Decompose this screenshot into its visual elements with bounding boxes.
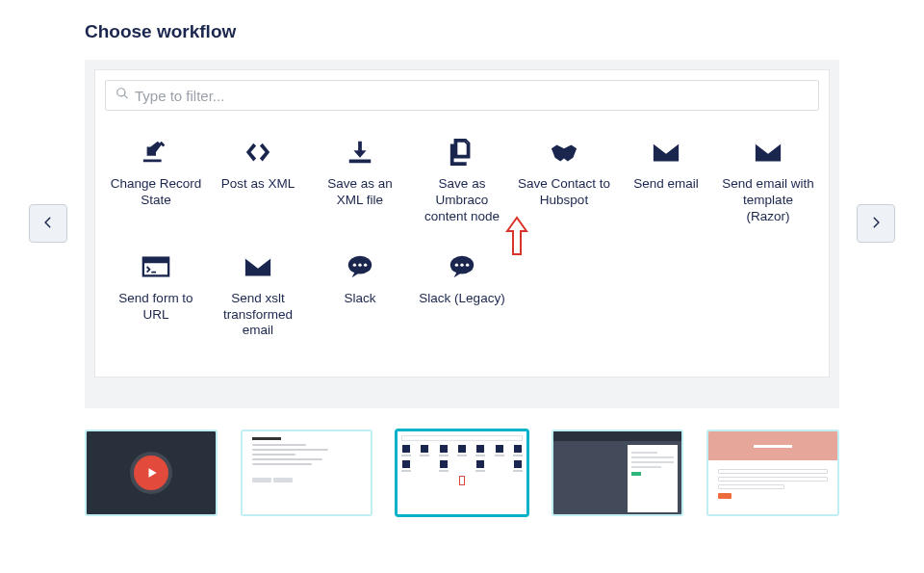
workflow-label: Send form to URL (109, 291, 203, 324)
workflow-send-xslt-email[interactable]: Send xslt transformed email (207, 243, 309, 357)
workflow-save-contact-hubspot[interactable]: Save Contact to Hubspot (513, 128, 615, 243)
svg-point-9 (466, 263, 469, 266)
gallery-thumb-3[interactable] (396, 430, 528, 516)
workflow-label: Slack (Legacy) (415, 291, 509, 307)
download-icon (313, 136, 407, 169)
workflow-label: Send xslt transformed email (211, 291, 305, 340)
workflow-label: Send email with template (Razor) (721, 176, 815, 225)
workflow-label: Slack (313, 291, 407, 307)
dark-thumb (553, 431, 682, 514)
workflow-slack-legacy[interactable]: Slack (Legacy) (411, 243, 513, 357)
workflow-label: Send email (619, 176, 713, 193)
code-icon (211, 136, 305, 169)
svg-point-4 (358, 263, 361, 266)
gallery-thumbnails (0, 430, 924, 534)
filter-input[interactable] (135, 88, 808, 104)
gallery-thumb-5[interactable] (706, 430, 839, 516)
svg-rect-1 (143, 257, 168, 263)
video-thumb (87, 431, 216, 514)
carousel-next-button[interactable] (857, 204, 895, 243)
workflow-label: Save as Umbraco content node (415, 176, 509, 225)
workflow-label: Post as XML (211, 176, 305, 193)
svg-point-5 (364, 263, 367, 266)
workflow-post-as-xml[interactable]: Post as XML (207, 128, 309, 243)
envelope-icon (619, 136, 713, 169)
svg-point-7 (455, 263, 458, 266)
gallery-thumb-1[interactable] (85, 430, 218, 516)
workflow-change-record-state[interactable]: Change Record State (105, 128, 207, 243)
play-icon (134, 456, 168, 490)
workflow-send-email[interactable]: Send email (615, 128, 717, 243)
documents-icon (415, 136, 509, 169)
workflow-save-xml-file[interactable]: Save as an XML file (309, 128, 411, 243)
workflow-save-umbraco-node[interactable]: Save as Umbraco content node (411, 128, 513, 243)
panel-background: Change Record State Post as XML Save as … (85, 60, 839, 408)
speech-bubble-icon (415, 250, 509, 283)
workflow-send-email-razor[interactable]: Send email with template (Razor) (717, 128, 819, 243)
svg-point-8 (460, 263, 463, 266)
form-thumb (243, 431, 372, 514)
grid-thumb (398, 431, 526, 514)
terminal-window-icon (109, 250, 203, 283)
chevron-right-icon (869, 216, 883, 232)
carousel-prev-button[interactable] (29, 204, 67, 243)
chevron-left-icon (41, 216, 55, 232)
envelope-icon (211, 250, 305, 283)
gallery-thumb-4[interactable] (552, 430, 684, 516)
svg-point-3 (353, 263, 356, 266)
workflow-label: Save Contact to Hubspot (517, 176, 611, 209)
page-title: Choose workflow (85, 21, 924, 42)
workflow-panel: Change Record State Post as XML Save as … (94, 69, 830, 378)
carousel: Change Record State Post as XML Save as … (0, 60, 924, 408)
handshake-icon (517, 136, 611, 169)
speech-bubble-icon (313, 250, 407, 283)
edit-sheet-icon (109, 136, 203, 169)
workflow-send-form-url[interactable]: Send form to URL (105, 243, 207, 357)
filter-container[interactable] (105, 80, 819, 111)
search-icon (116, 87, 129, 104)
workflow-label: Save as an XML file (313, 176, 407, 209)
workflow-label: Change Record State (109, 176, 203, 209)
workflow-slack[interactable]: Slack (309, 243, 411, 357)
gallery-thumb-2[interactable] (241, 430, 373, 516)
envelope-icon (721, 136, 815, 169)
pink-thumb (708, 431, 837, 514)
workflow-grid: Change Record State Post as XML Save as … (105, 128, 819, 356)
